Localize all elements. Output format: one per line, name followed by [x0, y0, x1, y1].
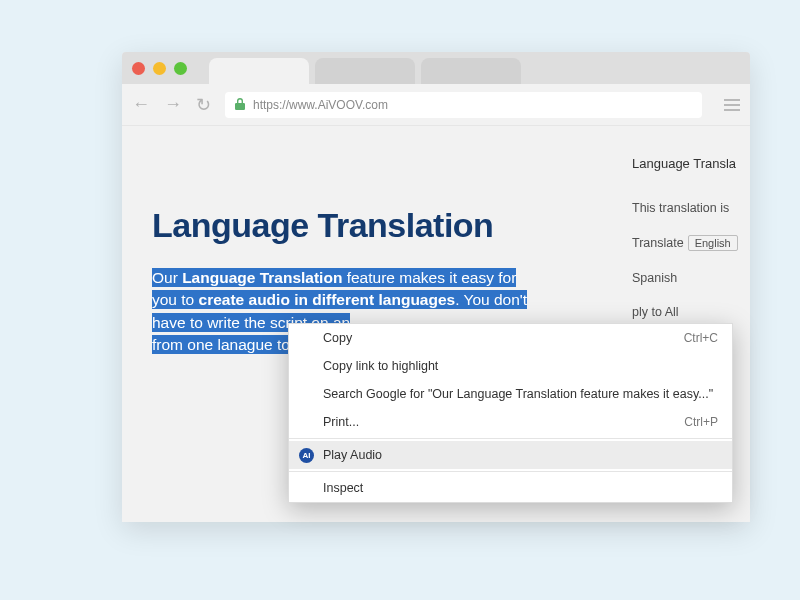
address-bar: ← → ↻ https://www.AiVOOV.com — [122, 84, 750, 126]
window-controls — [132, 62, 187, 75]
context-menu: Copy Ctrl+C Copy link to highlight Searc… — [288, 323, 733, 503]
language-chip-english[interactable]: English — [688, 235, 738, 251]
ctx-shortcut: Ctrl+P — [684, 415, 718, 429]
reload-icon[interactable]: ↻ — [196, 94, 211, 116]
panel-description: This translation is — [632, 201, 750, 215]
apply-all-label[interactable]: ply to All — [632, 305, 750, 319]
url-text: https://www.AiVOOV.com — [253, 98, 388, 112]
translation-panel: Language Transla This translation is Tra… — [632, 156, 750, 339]
ctx-separator — [289, 438, 732, 439]
ctx-shortcut: Ctrl+C — [684, 331, 718, 345]
ctx-play-audio[interactable]: AI Play Audio — [289, 441, 732, 469]
url-input[interactable]: https://www.AiVOOV.com — [225, 92, 702, 118]
ctx-label: Search Google for "Our Language Translat… — [323, 387, 713, 401]
translate-label: Translate — [632, 236, 684, 250]
ctx-label: Copy link to highlight — [323, 359, 438, 373]
ctx-label: Print... — [323, 415, 359, 429]
selected-text: from one lanague to — [152, 335, 290, 354]
ctx-label: Copy — [323, 331, 352, 345]
minimize-window-icon[interactable] — [153, 62, 166, 75]
lock-icon — [235, 98, 245, 112]
browser-tab-inactive[interactable] — [421, 58, 521, 84]
language-spanish[interactable]: Spanish — [632, 271, 750, 285]
ctx-copy-link[interactable]: Copy link to highlight — [289, 352, 732, 380]
browser-tab-active[interactable] — [209, 58, 309, 84]
maximize-window-icon[interactable] — [174, 62, 187, 75]
ctx-search-google[interactable]: Search Google for "Our Language Translat… — [289, 380, 732, 408]
forward-icon[interactable]: → — [164, 94, 182, 115]
ctx-label: Play Audio — [323, 448, 382, 462]
tab-strip — [122, 52, 750, 84]
ai-icon: AI — [299, 448, 314, 463]
ctx-label: Inspect — [323, 481, 363, 495]
close-window-icon[interactable] — [132, 62, 145, 75]
panel-header: Language Transla — [632, 156, 750, 171]
ctx-separator — [289, 471, 732, 472]
menu-icon[interactable] — [724, 99, 740, 111]
ctx-inspect[interactable]: Inspect — [289, 474, 732, 502]
ctx-copy[interactable]: Copy Ctrl+C — [289, 324, 732, 352]
ctx-print[interactable]: Print... Ctrl+P — [289, 408, 732, 436]
translate-row: Translate English — [632, 235, 750, 251]
browser-tab-inactive[interactable] — [315, 58, 415, 84]
back-icon[interactable]: ← — [132, 94, 150, 115]
